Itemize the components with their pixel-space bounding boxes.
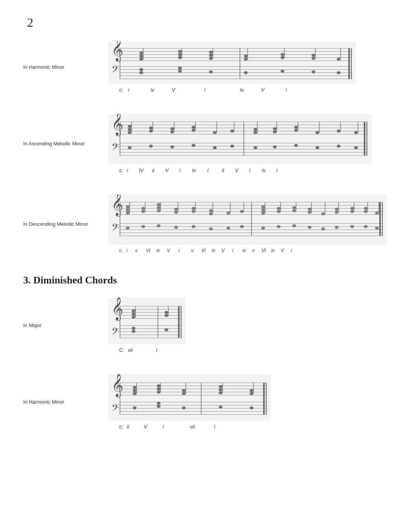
svg-point-172 (308, 211, 312, 214)
svg-point-66 (128, 131, 132, 134)
ascending-melodic-label: In Ascending Melodic Minor (23, 141, 101, 147)
svg-point-217 (164, 314, 168, 317)
svg-point-18 (139, 55, 143, 58)
svg-point-133 (141, 207, 145, 210)
svg-point-255 (219, 385, 223, 388)
svg-point-71 (149, 130, 153, 133)
svg-text:𝄢: 𝄢 (111, 64, 119, 77)
svg-point-130 (126, 227, 130, 230)
svg-point-23 (178, 56, 182, 59)
harmonic-minor-label: In Harmonic Minor (23, 64, 101, 70)
svg-point-36 (244, 71, 248, 74)
svg-point-211 (132, 315, 135, 319)
chord-key-dim-major: C: (119, 347, 124, 353)
svg-point-168 (292, 209, 296, 212)
svg-point-128 (126, 208, 130, 211)
svg-point-27 (178, 66, 182, 70)
svg-text:𝄢: 𝄢 (111, 222, 119, 235)
descending-melodic-svg: 𝄞 𝄢 (108, 194, 387, 245)
harmonic-minor-svg: 𝄞 𝄢 (108, 41, 356, 84)
svg-point-44 (312, 70, 315, 73)
svg-point-25 (178, 50, 182, 53)
svg-point-68 (128, 125, 132, 128)
ascending-melodic-svg: 𝄞 𝄢 (108, 114, 372, 164)
svg-point-259 (250, 389, 253, 392)
harmonic-minor-staff: 𝄞 𝄢 (108, 41, 356, 93)
chord-i-1: i (125, 87, 129, 93)
svg-point-157 (240, 225, 244, 228)
svg-point-134 (141, 225, 145, 228)
svg-point-38 (281, 56, 284, 59)
chord-V-1: V (172, 87, 175, 93)
svg-point-173 (308, 208, 312, 211)
dim-harmonic-chords: c: ii V i vii i (108, 424, 271, 430)
svg-point-19 (139, 51, 143, 55)
svg-point-136 (157, 209, 161, 212)
svg-point-159 (261, 211, 265, 215)
svg-point-146 (192, 207, 195, 210)
svg-point-137 (157, 206, 161, 209)
svg-point-169 (292, 206, 296, 209)
svg-point-108 (354, 146, 358, 149)
svg-point-46 (337, 58, 341, 61)
svg-point-73 (149, 145, 153, 148)
svg-point-181 (335, 226, 339, 229)
svg-point-153 (226, 211, 230, 215)
svg-point-94 (273, 127, 277, 130)
dim-harmonic-staff: 𝄞 𝄢 (108, 374, 271, 430)
chord-key-asc: c: (119, 167, 123, 173)
svg-point-26 (178, 70, 182, 73)
svg-point-253 (219, 391, 223, 394)
dim-major-section: In Major 𝄞 𝄢 (23, 298, 388, 353)
descending-melodic-label: In Descending Melodic Minor (23, 221, 101, 227)
svg-point-192 (375, 227, 379, 230)
svg-point-180 (335, 208, 339, 211)
svg-point-90 (253, 128, 257, 131)
svg-point-154 (226, 227, 230, 230)
svg-point-214 (132, 330, 135, 333)
svg-point-83 (213, 131, 217, 134)
descending-melodic-staff: 𝄞 𝄢 (108, 194, 387, 253)
svg-point-258 (250, 392, 253, 395)
svg-point-246 (157, 405, 161, 408)
dim-major-staff: 𝄞 𝄢 (108, 298, 186, 353)
chord-iv-2: iv (240, 87, 243, 93)
svg-point-170 (292, 224, 296, 227)
svg-point-215 (132, 327, 135, 330)
svg-point-34 (244, 58, 248, 61)
svg-point-81 (192, 144, 195, 147)
descending-melodic-chords: c: i v VI iv V i v VI iv V (108, 248, 387, 253)
svg-text:𝄞: 𝄞 (111, 114, 123, 136)
svg-point-75 (170, 130, 174, 133)
harmonic-minor-section: In Harmonic Minor 𝄞 𝄢 (23, 41, 388, 93)
svg-point-260 (250, 406, 253, 409)
svg-point-47 (337, 71, 341, 74)
svg-rect-0 (108, 41, 356, 84)
svg-point-86 (230, 130, 234, 133)
svg-point-105 (337, 145, 341, 148)
svg-point-151 (209, 227, 213, 230)
chord-iv-1: iv (151, 87, 154, 93)
svg-point-39 (281, 53, 284, 56)
ascending-melodic-chords: c: i IV ii V i iv i ii V i (108, 167, 372, 173)
page-number: 2 (27, 15, 388, 30)
svg-point-40 (281, 70, 284, 73)
ascending-melodic-section: In Ascending Melodic Minor 𝄞 𝄢 (23, 114, 388, 173)
dim-major-svg: 𝄞 𝄢 (108, 298, 186, 344)
svg-point-20 (139, 71, 143, 74)
svg-point-104 (337, 130, 341, 133)
svg-point-247 (157, 402, 161, 405)
svg-point-69 (128, 146, 132, 149)
svg-point-99 (294, 144, 298, 147)
svg-point-91 (253, 146, 257, 149)
svg-point-164 (277, 210, 281, 213)
svg-point-183 (350, 210, 354, 213)
svg-point-254 (219, 388, 223, 391)
svg-point-162 (261, 227, 265, 230)
svg-point-251 (182, 406, 186, 409)
section3-title: 3. Diminished Chords (23, 275, 388, 286)
svg-text:𝄞: 𝄞 (111, 194, 123, 217)
svg-point-30 (209, 54, 213, 57)
svg-point-142 (174, 208, 178, 211)
svg-point-127 (126, 211, 130, 215)
